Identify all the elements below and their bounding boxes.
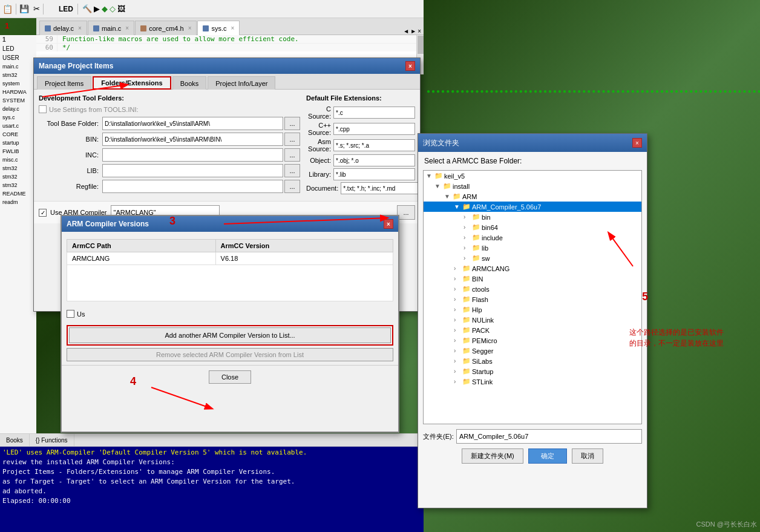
scrollbar-thumb[interactable] xyxy=(418,36,424,54)
use-settings-checkbox[interactable] xyxy=(39,105,47,113)
manage-dialog-close[interactable]: × xyxy=(405,61,415,71)
lib-browse[interactable]: ... xyxy=(284,164,300,177)
tab-delay-c[interactable]: delay.c × xyxy=(39,21,87,35)
expand-pemicro[interactable]: › xyxy=(454,337,461,344)
regfile-input[interactable] xyxy=(102,180,283,193)
expand-segger[interactable]: › xyxy=(454,347,461,354)
tree-armclang[interactable]: › 📁 ARMCLANG xyxy=(424,263,641,274)
regfile-browse[interactable]: ... xyxy=(284,180,300,193)
toolbar-icon-build[interactable]: 🔨 xyxy=(82,4,92,13)
tab-close-core[interactable]: × xyxy=(188,25,192,31)
asm-source-input[interactable] xyxy=(333,139,415,151)
inc-browse[interactable]: ... xyxy=(284,148,300,162)
tab-scroll-left[interactable]: ◄ xyxy=(403,28,409,34)
remove-arm-compiler-btn[interactable]: Remove selected ARM Compiler Version fro… xyxy=(67,348,393,361)
file-tree[interactable]: ▼ 📁 keil_v5 ▼ 📁 install ▼ 📁 ARM ▼ 📁 ARM_… xyxy=(423,170,642,424)
tab-project-info[interactable]: Project Info/Layer xyxy=(208,76,275,90)
tab-core-h[interactable]: core_cm4.h × xyxy=(135,21,197,35)
tree-flash[interactable]: › 📁 Flash xyxy=(424,294,641,304)
inc-input[interactable] xyxy=(102,148,283,162)
arm-dialog-close[interactable]: × xyxy=(384,219,393,229)
project-stm32c[interactable]: stm32 xyxy=(0,172,36,181)
use-arm-cb2[interactable] xyxy=(67,310,74,318)
tree-pemicro[interactable]: › 📁 PEMicro xyxy=(424,335,641,346)
cpp-source-input[interactable] xyxy=(333,123,415,135)
tree-bin[interactable]: › 📁 bin xyxy=(424,212,641,222)
tree-keil-v5[interactable]: ▼ 📁 keil_v5 xyxy=(424,171,641,181)
toolbar-icon-debug[interactable]: ▶ xyxy=(94,4,100,13)
expand-armclang[interactable]: › xyxy=(454,265,461,272)
use-arm-browse[interactable]: ... xyxy=(397,205,415,220)
project-system[interactable]: system xyxy=(0,79,36,88)
project-misc[interactable]: misc.c xyxy=(0,156,36,164)
project-readme[interactable]: README xyxy=(0,189,36,198)
tree-include[interactable]: › 📁 include xyxy=(424,232,641,243)
toolbar-icon-save[interactable]: 💾 xyxy=(19,4,29,13)
lib-input[interactable] xyxy=(102,164,283,177)
tree-install[interactable]: ▼ 📁 install xyxy=(424,181,641,191)
expand-arm[interactable]: ▼ xyxy=(444,193,451,200)
expand-lib[interactable]: › xyxy=(464,245,471,251)
tab-close-main[interactable]: × xyxy=(125,25,129,31)
expand-sw[interactable]: › xyxy=(464,255,471,261)
expand-bin64[interactable]: › xyxy=(464,224,471,231)
expand-keil[interactable]: ▼ xyxy=(426,172,433,179)
tool-base-browse[interactable]: ... xyxy=(284,117,300,130)
project-hardware[interactable]: HARDWA xyxy=(0,88,36,96)
project-fwlib[interactable]: FWLIB xyxy=(0,147,36,156)
tree-ctools[interactable]: › 📁 ctools xyxy=(424,284,641,294)
expand-install[interactable]: ▼ xyxy=(434,183,442,189)
expand-flash[interactable]: › xyxy=(454,296,461,303)
tree-startup[interactable]: › 📁 Startup xyxy=(424,366,641,376)
tree-bin64[interactable]: › 📁 bin64 xyxy=(424,222,641,232)
tree-segger[interactable]: › 📁 Segger xyxy=(424,346,641,356)
project-system2[interactable]: SYSTEM xyxy=(0,96,36,105)
bin-browse[interactable]: ... xyxy=(284,133,300,146)
tab-sys-c[interactable]: sys.c × xyxy=(197,21,240,35)
project-startup[interactable]: startup xyxy=(0,139,36,147)
project-delay[interactable]: delay.c xyxy=(0,105,36,113)
project-stm32b[interactable]: stm32 xyxy=(0,164,36,172)
expand-nulink[interactable]: › xyxy=(454,317,461,323)
arm-compiler-row[interactable]: ARMCLANG V6.18 xyxy=(67,252,393,265)
browser-close[interactable]: × xyxy=(632,138,642,148)
tab-close-delay[interactable]: × xyxy=(78,25,82,31)
tree-sw[interactable]: › 📁 sw xyxy=(424,253,641,263)
new-folder-btn[interactable]: 新建文件夹(M) xyxy=(462,448,523,464)
tool-base-input[interactable] xyxy=(102,117,283,130)
tab-close-all[interactable]: × xyxy=(418,28,421,34)
tree-lib[interactable]: › 📁 lib xyxy=(424,243,641,253)
project-stm32d[interactable]: stm32 xyxy=(0,181,36,189)
tree-hlp[interactable]: › 📁 Hlp xyxy=(424,304,641,315)
tab-main-c[interactable]: main.c × xyxy=(88,21,134,35)
confirm-btn[interactable]: 确定 xyxy=(528,448,567,464)
object-input[interactable] xyxy=(333,154,415,166)
tab-books[interactable]: Books xyxy=(172,76,207,90)
expand-ctools[interactable]: › xyxy=(454,286,461,292)
functions-tab[interactable]: {} Functions xyxy=(30,433,74,447)
tree-silabs[interactable]: › 📁 SiLabs xyxy=(424,356,641,366)
expand-silabs[interactable]: › xyxy=(454,358,461,364)
toolbar-icon-green2[interactable]: ◇ xyxy=(110,4,116,13)
tree-BIN[interactable]: › 📁 BIN xyxy=(424,274,641,284)
project-user[interactable]: USER xyxy=(0,53,36,62)
cancel-btn[interactable]: 取消 xyxy=(572,448,603,464)
tree-pack[interactable]: › 📁 PACK xyxy=(424,325,641,335)
books-tab[interactable]: Books xyxy=(0,433,30,447)
tab-folders-extensions[interactable]: Folders/Extensions xyxy=(93,76,171,90)
tab-close-sys[interactable]: × xyxy=(231,25,235,31)
tree-arm-compiler[interactable]: ▼ 📁 ARM_Compiler_5.06u7 xyxy=(424,202,641,212)
expand-bin[interactable]: › xyxy=(464,214,471,220)
c-source-input[interactable] xyxy=(333,107,415,119)
use-arm-checkbox[interactable]: ✓ xyxy=(39,209,47,217)
project-led[interactable]: LED xyxy=(0,44,36,53)
arm-close-btn[interactable]: Close xyxy=(209,370,251,384)
expand-hlp[interactable]: › xyxy=(454,306,461,313)
add-arm-compiler-btn[interactable]: Add another ARM Compiler Version to List… xyxy=(69,327,391,343)
expand-pack[interactable]: › xyxy=(454,327,461,333)
expand-startup[interactable]: › xyxy=(454,368,461,375)
document-input[interactable] xyxy=(341,182,422,194)
project-mainc[interactable]: main.c xyxy=(0,62,36,71)
tree-stlink[interactable]: › 📁 STLink xyxy=(424,376,641,387)
toolbar-icon-image[interactable]: 🖼 xyxy=(117,4,125,13)
